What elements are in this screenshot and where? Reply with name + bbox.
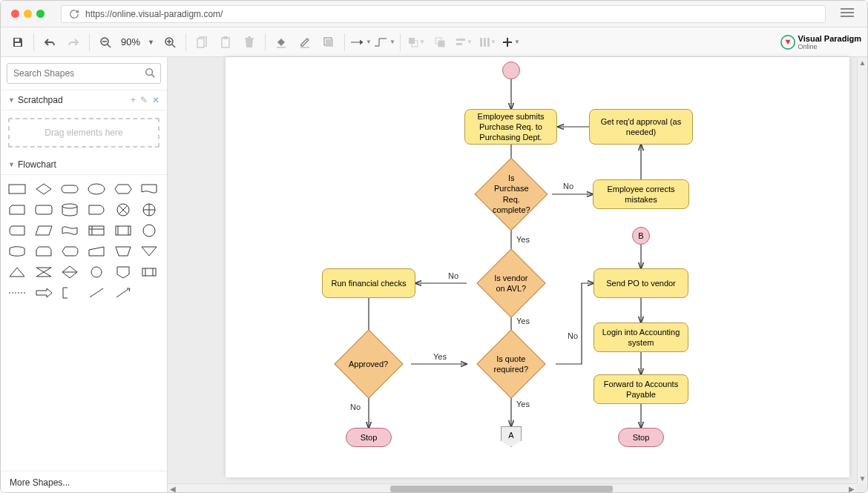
scratchpad-edit-icon[interactable]: ✎ [140, 95, 148, 105]
node-forward-ap[interactable]: Forward to Accounts Payable [594, 374, 688, 404]
fill-color-button[interactable] [270, 31, 292, 53]
shape-parallelogram[interactable] [33, 222, 54, 239]
zoom-level[interactable]: 90% [118, 36, 143, 47]
offpage-a[interactable]: A [501, 426, 522, 447]
scroll-right-icon[interactable]: ▶ [846, 484, 857, 493]
node-get-approval[interactable]: Get req'd approval (as needed) [589, 109, 693, 145]
node-approved[interactable]: Approved? [334, 329, 403, 398]
zoom-in-button[interactable] [159, 31, 181, 53]
window-minimize-dot[interactable] [24, 10, 32, 18]
vertical-scrollbar[interactable]: ▲ ▼ [857, 57, 867, 483]
undo-button[interactable] [39, 31, 61, 53]
scroll-up-icon[interactable]: ▲ [858, 57, 867, 67]
shape-decision[interactable] [33, 181, 54, 197]
node-is-complete[interactable]: Is Purchase Req. complete? [475, 158, 548, 231]
shape-collate[interactable] [33, 264, 54, 280]
scroll-thumb[interactable] [390, 486, 613, 492]
more-shapes-link[interactable]: More Shapes... [1, 471, 167, 493]
browser-chrome: https://online.visual-paradigm.com/ [1, 1, 867, 27]
search-icon[interactable] [145, 67, 155, 78]
svg-rect-4 [15, 43, 21, 46]
node-run-financial[interactable]: Run financial checks [322, 268, 415, 298]
copy-button[interactable] [191, 31, 213, 53]
shape-arrow[interactable] [33, 285, 54, 301]
shape-delay[interactable] [86, 202, 107, 218]
shape-transfer[interactable] [7, 285, 27, 301]
horizontal-scrollbar[interactable]: ◀ ▶ [168, 483, 857, 493]
shape-connector-circle-small[interactable] [86, 264, 107, 280]
refresh-icon[interactable] [69, 9, 79, 19]
shape-terminator[interactable] [59, 181, 80, 197]
stop-2[interactable]: Stop [618, 428, 664, 447]
scratchpad-close-icon[interactable]: ✕ [152, 95, 160, 105]
scroll-left-icon[interactable]: ◀ [168, 484, 178, 493]
shape-manual-op[interactable] [113, 243, 134, 259]
to-front-button[interactable]: ▼ [405, 31, 427, 53]
shape-offpage[interactable] [113, 264, 134, 280]
flowchart-header[interactable]: ▼ Flowchart [1, 155, 167, 175]
shape-annotation[interactable] [59, 285, 80, 301]
window-maximize-dot[interactable] [36, 10, 45, 18]
shape-line[interactable] [86, 285, 107, 301]
shape-manual-input[interactable] [86, 243, 107, 259]
scratchpad-add-icon[interactable]: + [131, 95, 136, 105]
shape-or[interactable] [139, 202, 160, 218]
window-close-dot[interactable] [11, 10, 19, 18]
url-bar[interactable]: https://online.visual-paradigm.com/ [61, 5, 826, 23]
shadow-button[interactable] [318, 31, 340, 53]
shape-storage[interactable] [7, 222, 27, 239]
shape-roundrect[interactable] [33, 202, 54, 218]
connector-b[interactable]: B [632, 227, 650, 245]
shape-internal-storage[interactable] [86, 222, 107, 239]
shape-card[interactable] [7, 202, 27, 218]
shape-display2[interactable] [7, 243, 27, 259]
shape-sort[interactable] [59, 264, 80, 280]
svg-point-51 [143, 225, 155, 236]
shape-arrow-line[interactable] [113, 285, 134, 301]
hamburger-menu-icon[interactable] [838, 4, 857, 23]
shape-predefined[interactable] [113, 222, 134, 239]
distribute-button[interactable]: ▼ [476, 31, 499, 53]
zoom-out-button[interactable] [94, 31, 116, 53]
redo-button[interactable] [62, 31, 85, 53]
node-send-po[interactable]: Send PO to vendor [594, 268, 688, 298]
zoom-dropdown-icon[interactable]: ▼ [145, 39, 157, 46]
delete-button[interactable] [238, 31, 260, 53]
stop-1[interactable]: Stop [346, 428, 392, 447]
align-button[interactable]: ▼ [453, 31, 475, 53]
shape-display[interactable] [59, 243, 80, 259]
brand-logo[interactable]: Visual Paradigm Online [780, 34, 861, 50]
scroll-down-icon[interactable]: ▼ [858, 473, 867, 483]
line-color-button[interactable] [294, 31, 316, 53]
add-button[interactable]: ▼ [500, 31, 522, 53]
shape-stored-data[interactable] [139, 264, 160, 280]
node-is-vendor-avl[interactable]: Is vendor on AVL? [476, 248, 545, 317]
node-is-quote-required[interactable]: Is quote required? [476, 329, 545, 398]
paste-button[interactable] [214, 31, 237, 53]
canvas[interactable]: Employee submits Purchase Req. to Purcha… [226, 57, 849, 477]
search-shapes-input[interactable] [7, 63, 161, 84]
shape-tape[interactable] [59, 222, 80, 239]
shape-xor[interactable] [113, 202, 134, 218]
node-employee-submits[interactable]: Employee submits Purchase Req. to Purcha… [464, 109, 557, 145]
shape-process[interactable] [7, 181, 27, 197]
to-back-button[interactable] [429, 31, 451, 53]
shape-extract[interactable] [7, 264, 27, 280]
waypoint-style-button[interactable]: ▼ [373, 31, 395, 53]
shape-circle[interactable] [139, 222, 160, 239]
start-terminator[interactable] [502, 62, 520, 79]
connection-style-button[interactable]: ▼ [349, 31, 372, 53]
shape-loop-limit[interactable] [33, 243, 54, 259]
node-login-accounting[interactable]: Login into Accounting system [594, 322, 688, 352]
scratchpad-label: Scratchpad [18, 95, 63, 105]
shape-merge[interactable] [139, 243, 160, 259]
shape-hexagon[interactable] [113, 181, 134, 197]
scratchpad-header[interactable]: ▼ Scratchpad + ✎ ✕ [1, 90, 167, 110]
save-button[interactable] [7, 31, 29, 53]
label-d4-yes: Yes [516, 400, 530, 408]
shape-cylinder[interactable] [59, 202, 80, 218]
scratchpad-dropzone[interactable]: Drag elements here [8, 118, 160, 148]
shape-document[interactable] [139, 181, 160, 197]
shape-ellipse[interactable] [86, 181, 107, 197]
node-employee-corrects[interactable]: Employee corrects mistakes [593, 179, 689, 209]
